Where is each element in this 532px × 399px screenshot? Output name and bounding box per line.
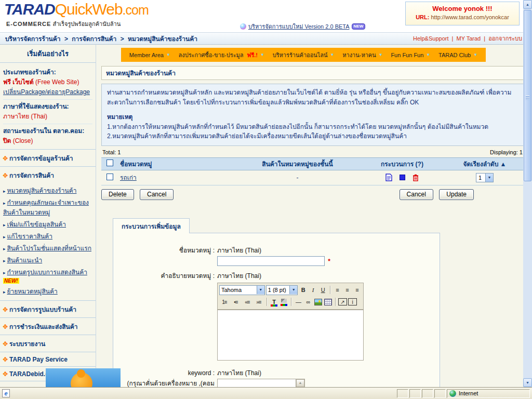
- page-title: หมวดหมู่สินค้าของร้านค้า: [101, 66, 524, 80]
- logout-link[interactable]: ออกจากระบบ: [488, 35, 522, 42]
- font-size-select[interactable]: 1 (8 pt)▼: [266, 285, 298, 295]
- row-checkbox[interactable]: [107, 174, 113, 180]
- menu-item-edit-price[interactable]: ▸แก้ไขราคาสินค้า: [3, 230, 95, 242]
- menu-link[interactable]: แก้ไขราคาสินค้า: [7, 233, 52, 240]
- delete-button[interactable]: Delete: [101, 189, 134, 200]
- font-size-value: 1 (8 pt): [267, 286, 289, 295]
- edit-icon[interactable]: [385, 174, 392, 181]
- menu-link[interactable]: ย้ายหมวดหมู่สินค้า: [7, 288, 58, 295]
- sidebar-section-shop-data[interactable]: ✥การจัดการข้อมูลร้านค้า: [0, 150, 96, 167]
- toolbar-separator: [330, 286, 330, 294]
- nav-tarad-club[interactable]: TARAD Club▼: [438, 52, 477, 58]
- align-right-icon[interactable]: ≡: [353, 285, 362, 295]
- new-badge: NEW!: [3, 278, 19, 284]
- scrollbar-thumb[interactable]: [524, 10, 531, 181]
- underline-button[interactable]: U: [318, 285, 327, 295]
- menu-item-attributes[interactable]: ▸กำหนดคุณลักษณะจำเพาะของสินค้าในหมวดหมู่: [3, 196, 95, 218]
- promo-banner[interactable]: [46, 368, 121, 387]
- cancel-button-right[interactable]: Cancel: [400, 189, 433, 200]
- font-family-select[interactable]: Tahoma▼: [219, 285, 265, 295]
- nav-label: บริหารร้านค้าออนไลน์: [273, 50, 328, 60]
- table-glyph: [324, 299, 332, 305]
- info-icon[interactable]: i: [348, 298, 357, 305]
- sidebar-section-product-mgmt[interactable]: ✥การจัดการสินค้า: [0, 167, 96, 183]
- select-all-checkbox[interactable]: [107, 159, 113, 166]
- chevron-down-icon: ▼: [260, 52, 264, 57]
- bullet-list-icon[interactable]: •≡: [231, 297, 241, 307]
- section-star-icon: ✥: [3, 306, 8, 313]
- nav-online-shop[interactable]: บริหารร้านค้าออนไลน์▼: [273, 50, 335, 60]
- sidebar-section-tarad-pay[interactable]: ✥TARAD Pay Service: [0, 352, 96, 367]
- indent-icon[interactable]: »≡: [254, 297, 264, 307]
- menu-link[interactable]: หมวดหมู่สินค้าของร้านค้า: [7, 187, 77, 194]
- insert-link-icon[interactable]: ∞: [304, 297, 313, 307]
- nav-label: หางาน-หาคน: [342, 50, 376, 60]
- text-color-icon[interactable]: T: [270, 297, 278, 307]
- insert-table-icon[interactable]: [324, 297, 332, 307]
- menu-link[interactable]: กำหนดคุณลักษณะจำเพาะของสินค้าในหมวดหมู่: [3, 199, 89, 216]
- cancel-button-left[interactable]: Cancel: [140, 189, 174, 200]
- category-name-link[interactable]: รถเก่า: [120, 174, 137, 181]
- vertical-scrollbar[interactable]: ▲ ▼: [523, 0, 532, 387]
- menu-link[interactable]: กำหนดรูปแบบการแสดงสินค้า: [7, 269, 87, 276]
- new-version-link[interactable]: บริหารจัดการแบบใหม่ Version 2.0 BETA: [248, 22, 350, 31]
- nav-post-free[interactable]: ลงประกาศซื้อ-ขาย-ประมูลฟรี.!▼: [179, 50, 264, 60]
- shop-url[interactable]: http://www.tarad.com/yonokcar: [431, 14, 509, 20]
- sidebar-section-payment[interactable]: ✥การชำระเงินและส่งสินค้า: [0, 318, 96, 335]
- popup-window-icon[interactable]: ↗: [338, 298, 347, 305]
- outdent-icon[interactable]: «≡: [242, 297, 252, 307]
- italic-button[interactable]: I: [309, 285, 317, 295]
- shop-info-panel: ประเภทของร้านค้า: ฟรี เว็บไซต์ (Free Web…: [0, 63, 96, 150]
- nav-label: TARAD Club: [438, 52, 471, 58]
- table-row: รถเก่า - 1 ▼: [101, 170, 524, 185]
- logo-quickweb: QuickWeb: [55, 1, 123, 18]
- description-textarea[interactable]: [217, 310, 364, 361]
- menu-item-display-style[interactable]: ▸กำหนดรูปแบบการแสดงสินค้า NEW!: [3, 266, 95, 285]
- ordered-list-icon[interactable]: 1≡: [219, 297, 230, 307]
- align-center-icon[interactable]: ≡: [343, 285, 352, 295]
- bullet-arrow-icon: ▸: [3, 270, 6, 275]
- my-tarad-link[interactable]: MY Tarad: [456, 35, 481, 42]
- menu-item-recommended[interactable]: ▸สินค้าแนะนำ: [3, 254, 95, 266]
- breadcrumb-product-mgmt[interactable]: การจัดการสินค้า: [72, 35, 116, 43]
- sidebar-section-reports[interactable]: ✥ระบบรายงาน: [0, 335, 96, 352]
- logo[interactable]: TARADQuickWeb.com E-COMMERCE สำเร็จรูปพร…: [4, 1, 149, 29]
- subcategory-icon[interactable]: [400, 175, 405, 180]
- delete-icon[interactable]: [413, 174, 419, 181]
- update-button[interactable]: Update: [439, 189, 474, 200]
- form-tab[interactable]: กระบวนการเพิ่มข้อมูล: [113, 218, 190, 233]
- bullet-arrow-icon: ▸: [3, 289, 6, 295]
- scroll-up-icon[interactable]: ▲: [296, 379, 304, 387]
- intro-text: ท่านสามารถกำหนดหมวดหมู่สินค้าหลัก และหมว…: [107, 88, 518, 107]
- menu-item-promotion[interactable]: ▸สินค้าโปรโมชั่นแสดงที่หน้าแรก: [3, 242, 95, 254]
- scrollbar-down-icon[interactable]: ▼: [523, 378, 532, 387]
- section-star-icon: ✥: [3, 155, 8, 162]
- category-name-lang: ภาษาไทย (Thai): [217, 246, 434, 255]
- change-package-link[interactable]: เปลี่ยนPackage/ต่ออายุPackage: [3, 88, 90, 96]
- howto-header: เริ่มต้นอย่างไร: [0, 45, 96, 63]
- nav-jobs[interactable]: หางาน-หาคน▼: [342, 50, 382, 60]
- menu-item-add-edit-product[interactable]: ▸เพิ่ม/แก้ไขข้อมูลสินค้า: [3, 218, 95, 230]
- menu-link[interactable]: สินค้าโปรโมชั่นแสดงที่หน้าแรก: [7, 245, 91, 252]
- order-select[interactable]: 1 ▼: [476, 173, 494, 182]
- menu-link[interactable]: สินค้าแนะนำ: [7, 257, 43, 264]
- scrollbar-up-icon[interactable]: ▲: [523, 0, 532, 9]
- highlight-color-icon[interactable]: [280, 297, 288, 307]
- breadcrumb-shop-admin[interactable]: บริหารจัดการร้านค้า: [5, 35, 61, 43]
- menu-item-move-category[interactable]: ▸ย้ายหมวดหมู่สินค้า: [3, 285, 95, 297]
- help-support-link[interactable]: Help&Support: [413, 35, 449, 42]
- select-arrow-icon: ▼: [257, 286, 264, 294]
- menu-link[interactable]: เพิ่ม/แก้ไขข้อมูลสินค้า: [7, 221, 66, 228]
- category-name-input[interactable]: [217, 256, 325, 266]
- align-left-icon[interactable]: ≡: [333, 285, 342, 295]
- nav-member-area[interactable]: Member Area▼: [129, 52, 170, 58]
- nav-fun[interactable]: Fun Fun Fun▼: [391, 52, 430, 58]
- sidebar-section-shop-design[interactable]: ✥การจัดการรูปแบบร้านค้า: [0, 301, 96, 318]
- menu-item-categories[interactable]: ▸หมวดหมู่สินค้าของร้านค้า: [3, 184, 95, 196]
- sort-asc-icon[interactable]: ▲: [500, 161, 507, 168]
- page: { "header": { "logo": { "tarad": "TARAD"…: [0, 0, 532, 399]
- bold-button[interactable]: B: [299, 285, 308, 295]
- note-line-1: 1.หากต้องการให้หมวดหมู่สินค้าหลักที่กำหน…: [107, 122, 518, 132]
- horizontal-rule-icon[interactable]: —: [294, 297, 303, 307]
- insert-image-icon[interactable]: [314, 297, 323, 307]
